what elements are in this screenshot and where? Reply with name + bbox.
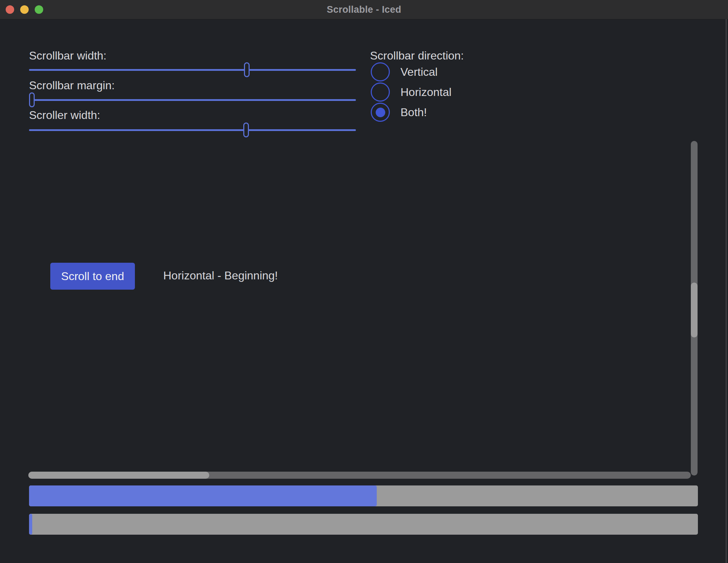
slider-rail[interactable]	[29, 129, 356, 131]
radio-label: Both!	[400, 106, 427, 119]
radio-circle-icon	[371, 83, 390, 102]
scroll-status-text: Horizontal - Beginning!	[163, 269, 278, 282]
traffic-lights	[0, 0, 43, 19]
scrollbar-width-slider[interactable]	[29, 62, 356, 77]
horizontal-progress-bar	[29, 485, 698, 506]
app-window: Scrollable - Iced Scrollbar width: Scrol…	[0, 0, 728, 563]
slider-handle[interactable]	[29, 92, 35, 107]
scrollbar-margin-label: Scrollbar margin:	[29, 78, 115, 92]
scroller-width-label: Scroller width:	[29, 108, 100, 122]
horizontal-scrollbar-thumb[interactable]	[28, 472, 209, 479]
vertical-progress-bar	[29, 514, 698, 535]
scroller-width-slider[interactable]	[29, 123, 356, 137]
window-edge	[726, 19, 727, 563]
radio-label: Vertical	[400, 66, 438, 79]
slider-handle[interactable]	[244, 62, 250, 77]
progress-fill	[29, 485, 377, 506]
window-title: Scrollable - Iced	[327, 4, 401, 15]
scrollbar-margin-slider[interactable]	[29, 92, 356, 107]
minimize-button[interactable]	[20, 5, 29, 14]
vertical-scrollbar-track[interactable]	[691, 141, 698, 476]
radio-both[interactable]: Both!	[371, 102, 427, 122]
scrollbar-direction-label: Scrollbar direction:	[370, 49, 464, 63]
slider-handle[interactable]	[243, 123, 249, 137]
titlebar: Scrollable - Iced	[0, 0, 728, 19]
slider-rail[interactable]	[29, 99, 356, 101]
radio-label: Horizontal	[400, 86, 451, 99]
horizontal-scrollbar-track[interactable]	[28, 472, 691, 479]
vertical-scrollbar-thumb[interactable]	[691, 283, 698, 337]
scroll-to-end-button[interactable]: Scroll to end	[50, 263, 135, 290]
radio-circle-icon	[371, 103, 390, 122]
radio-vertical[interactable]: Vertical	[371, 62, 438, 82]
slider-rail[interactable]	[29, 69, 356, 71]
zoom-button[interactable]	[35, 5, 43, 14]
radio-circle-icon	[371, 62, 390, 81]
radio-horizontal[interactable]: Horizontal	[371, 82, 451, 102]
radio-dot-icon	[376, 108, 385, 117]
progress-fill	[29, 514, 32, 535]
close-button[interactable]	[6, 5, 14, 14]
scrollbar-width-label: Scrollbar width:	[29, 49, 107, 63]
